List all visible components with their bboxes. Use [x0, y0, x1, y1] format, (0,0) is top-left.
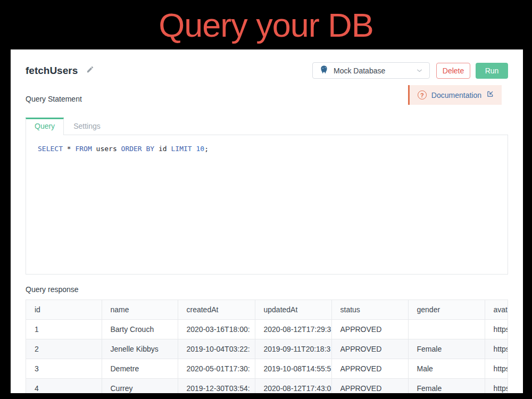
datasource-select[interactable]: Mock Database: [312, 62, 430, 79]
title-bar: Query your DB: [0, 0, 532, 49]
cell-updatedAt: 2019-09-11T20:18:3: [255, 339, 331, 359]
column-header-name[interactable]: name: [102, 300, 178, 319]
table-header-row: id name createdAt updatedAt status gende…: [26, 300, 508, 319]
cell-avatar: https://: [485, 359, 508, 378]
cell-updatedAt: 2020-08-12T17:29:3: [255, 319, 331, 339]
run-button[interactable]: Run: [476, 63, 508, 79]
delete-button[interactable]: Delete: [436, 63, 470, 79]
cell-status: APPROVED: [331, 319, 408, 339]
cell-name: Currey: [102, 378, 178, 393]
query-statement-label: Query Statement: [26, 95, 82, 105]
table-row[interactable]: 2 Jenelle Kibbys 2019-10-04T03:22: 2019-…: [26, 339, 508, 359]
cell-status: APPROVED: [331, 378, 408, 393]
sql-editor[interactable]: SELECT * FROM users ORDER BY id LIMIT 10…: [26, 135, 508, 275]
cell-createdAt: 2020-03-16T18:00:: [178, 319, 255, 339]
query-response-label: Query response: [26, 285, 508, 294]
page-title: Query your DB: [159, 6, 373, 44]
sql-token-keyword: ORDER BY: [121, 145, 155, 153]
statement-label-row: Query Statement ? Documentation: [26, 85, 508, 105]
cell-avatar: https://: [485, 319, 508, 339]
cell-gender: Female: [408, 339, 485, 359]
column-header-createdAt[interactable]: createdAt: [178, 300, 255, 319]
cell-id: 4: [26, 378, 102, 393]
cell-avatar: https://: [485, 339, 508, 359]
sql-token: users: [96, 145, 117, 153]
datasource-selected-label: Mock Database: [334, 66, 385, 75]
table-row[interactable]: 1 Barty Crouch 2020-03-16T18:00: 2020-08…: [26, 319, 508, 339]
sql-token-keyword: LIMIT: [171, 145, 192, 153]
cell-createdAt: 2019-12-30T03:54:: [178, 378, 255, 393]
cell-status: APPROVED: [331, 339, 408, 359]
external-link-icon: [486, 90, 494, 100]
cell-updatedAt: 2020-08-12T17:43:0: [255, 378, 331, 393]
cell-avatar: https://: [485, 378, 508, 393]
sql-token-number: 10: [196, 145, 204, 153]
column-header-status[interactable]: status: [331, 300, 408, 319]
cell-id: 1: [26, 319, 102, 339]
column-header-gender[interactable]: gender: [408, 300, 485, 319]
cell-id: 2: [26, 339, 102, 359]
sql-token: *: [67, 145, 71, 153]
cell-status: APPROVED: [331, 359, 408, 378]
cell-gender: Female: [408, 378, 485, 393]
tab-query[interactable]: Query: [26, 118, 64, 135]
question-circle-icon: ?: [418, 90, 427, 99]
query-header: fetchUsers Mock Database Delete Run: [26, 62, 508, 79]
documentation-link[interactable]: ? Documentation: [408, 85, 502, 105]
documentation-label: Documentation: [431, 91, 481, 99]
edit-query-name-button[interactable]: [86, 65, 94, 76]
query-editor-panel: fetchUsers Mock Database Delete Run Q: [11, 49, 523, 393]
cell-id: 3: [26, 359, 102, 378]
column-header-id[interactable]: id: [26, 300, 102, 319]
sql-token-keyword: FROM: [75, 145, 92, 153]
table-row[interactable]: 4 Currey 2019-12-30T03:54: 2020-08-12T17…: [26, 378, 508, 393]
cell-gender: Male: [408, 359, 485, 378]
postgresql-icon: [319, 65, 329, 76]
query-name: fetchUsers: [26, 65, 78, 77]
cell-name: Jenelle Kibbys: [102, 339, 178, 359]
pencil-icon: [86, 65, 94, 76]
table-row[interactable]: 3 Demetre 2020-05-01T17:30: 2019-10-08T1…: [26, 359, 508, 378]
sql-token: id: [159, 145, 167, 153]
cell-name: Barty Crouch: [102, 319, 178, 339]
column-header-avatar[interactable]: avatar: [485, 300, 508, 319]
cell-createdAt: 2019-10-04T03:22:: [178, 339, 255, 359]
statement-tabs: Query Settings: [26, 118, 508, 135]
sql-token-keyword: SELECT: [38, 145, 63, 153]
cell-name: Demetre: [102, 359, 178, 378]
sql-token: ;: [204, 145, 209, 153]
cell-updatedAt: 2019-10-08T14:55:5: [255, 359, 331, 378]
query-response-table: id name createdAt updatedAt status gende…: [26, 300, 508, 393]
cell-createdAt: 2020-05-01T17:30:: [178, 359, 255, 378]
cell-gender: [408, 319, 485, 339]
column-header-updatedAt[interactable]: updatedAt: [255, 300, 331, 319]
chevron-down-icon: [416, 67, 423, 74]
tab-settings[interactable]: Settings: [64, 118, 110, 135]
